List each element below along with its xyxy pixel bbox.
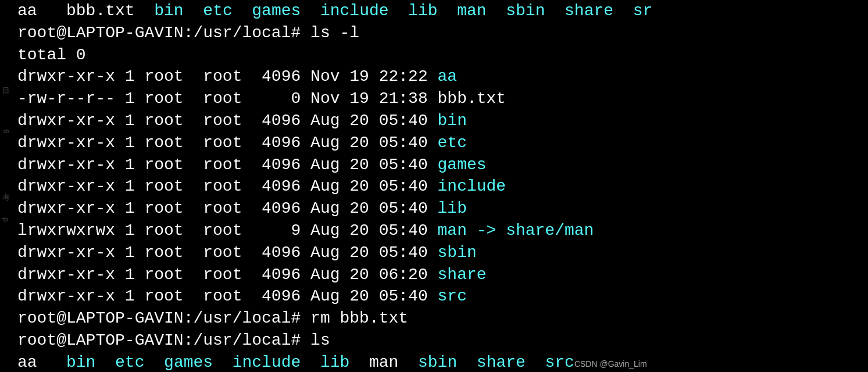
bsp3 bbox=[144, 352, 164, 372]
perm-man: lrwxrwxrwx 1 root root 9 Aug 20 05:40 bbox=[17, 220, 438, 242]
perm-bin: drwxr-xr-x 1 root root 4096 Aug 20 05:40 bbox=[17, 110, 438, 132]
name-share: share bbox=[438, 264, 487, 286]
text-aa-bottom: aa bbox=[17, 352, 66, 372]
text-sr-top: sr bbox=[613, 0, 652, 22]
line-top-ls: aa bbb.txt bin etc games include lib man… bbox=[17, 0, 862, 22]
name-man: man -> share/man bbox=[438, 220, 594, 242]
text-man-bottom: man bbox=[369, 352, 398, 372]
perm-aa: drwxr-xr-x 1 root root 4096 Nov 19 22:22 bbox=[17, 66, 438, 88]
text-man-top: man bbox=[457, 0, 486, 22]
name-games: games bbox=[438, 154, 487, 176]
perm-share: drwxr-xr-x 1 root root 4096 Aug 20 06:20 bbox=[17, 264, 438, 286]
sp7 bbox=[487, 0, 506, 22]
name-bbb: bbb.txt bbox=[438, 88, 506, 110]
watermark: CSDN @Gavin_Lim bbox=[574, 359, 647, 370]
text-bin-top: bin bbox=[154, 0, 183, 22]
text-etc-top: etc bbox=[203, 0, 232, 22]
text-share-bottom: share bbox=[477, 352, 526, 372]
bsp8 bbox=[457, 352, 477, 372]
sp8 bbox=[545, 0, 565, 22]
bsp9 bbox=[526, 352, 545, 372]
text-games-bottom: games bbox=[164, 352, 213, 372]
perm-lib: drwxr-xr-x 1 root root 4096 Aug 20 05:40 bbox=[17, 198, 438, 220]
text-space1 bbox=[135, 0, 155, 22]
perm-sbin: drwxr-xr-x 1 root root 4096 Aug 20 05:40 bbox=[17, 242, 438, 264]
line-rm: root@LAPTOP-GAVIN:/usr/local# rm bbb.txt bbox=[17, 307, 862, 330]
text-src-bottom: src bbox=[545, 352, 574, 372]
name-src: src bbox=[438, 285, 467, 307]
sp3 bbox=[233, 0, 252, 22]
sp5 bbox=[389, 0, 409, 22]
perm-etc: drwxr-xr-x 1 root root 4096 Aug 20 05:40 bbox=[17, 132, 438, 154]
line-bin: drwxr-xr-x 1 root root 4096 Aug 20 05:40… bbox=[17, 110, 862, 132]
text-sbin-top: sbin bbox=[506, 0, 545, 22]
line-man: lrwxrwxrwx 1 root root 9 Aug 20 05:40 ma… bbox=[17, 220, 862, 242]
name-etc: etc bbox=[438, 132, 467, 154]
name-include: include bbox=[438, 176, 506, 198]
sidebar-label-1: 目 bbox=[0, 81, 10, 83]
text-total: total 0 bbox=[17, 44, 86, 66]
sp4 bbox=[301, 0, 320, 22]
text-bin-bottom: bin bbox=[66, 352, 95, 372]
line-lib: drwxr-xr-x 1 root root 4096 Aug 20 05:40… bbox=[17, 198, 862, 220]
bsp7 bbox=[398, 352, 418, 372]
sp6 bbox=[438, 0, 458, 22]
name-bin: bin bbox=[438, 110, 467, 132]
bsp4 bbox=[213, 352, 233, 372]
text-sbin-bottom: sbin bbox=[418, 352, 457, 372]
line-bbb: -rw-r--r-- 1 root root 0 Nov 19 21:38 bb… bbox=[17, 88, 862, 110]
line-bottom-ls: aa bin etc games include lib man sbin sh… bbox=[17, 352, 862, 372]
prompt-ls-l: root@LAPTOP-GAVIN:/usr/local# ls -l bbox=[17, 22, 359, 44]
sidebar-label-3: 考 bbox=[0, 187, 10, 188]
line-aa: drwxr-xr-x 1 root root 4096 Nov 19 22:22… bbox=[17, 66, 862, 88]
bsp5 bbox=[301, 352, 320, 372]
text-include-top: include bbox=[320, 0, 389, 22]
text-lib-bottom: lib bbox=[320, 352, 349, 372]
text-aa-top: aa bbox=[17, 0, 66, 22]
line-games: drwxr-xr-x 1 root root 4096 Aug 20 05:40… bbox=[17, 154, 862, 176]
sp2 bbox=[184, 0, 203, 22]
name-lib: lib bbox=[438, 198, 467, 220]
line-sbin: drwxr-xr-x 1 root root 4096 Aug 20 05:40… bbox=[17, 242, 862, 264]
terminal-content: aa bbb.txt bin etc games include lib man… bbox=[17, 0, 862, 372]
text-include-bottom: include bbox=[233, 352, 301, 372]
line-etc: drwxr-xr-x 1 root root 4096 Aug 20 05:40… bbox=[17, 132, 862, 154]
line-prompt-ls: root@LAPTOP-GAVIN:/usr/local# ls bbox=[17, 330, 862, 352]
perm-bbb: -rw-r--r-- 1 root root 0 Nov 19 21:38 bbox=[17, 88, 438, 110]
perm-games: drwxr-xr-x 1 root root 4096 Aug 20 05:40 bbox=[17, 154, 438, 176]
perm-src: drwxr-xr-x 1 root root 4096 Aug 20 05:40 bbox=[17, 285, 438, 307]
line-total: total 0 bbox=[17, 44, 862, 66]
bsp2 bbox=[95, 352, 115, 372]
line-prompt-ls-l: root@LAPTOP-GAVIN:/usr/local# ls -l bbox=[17, 22, 862, 44]
text-games-top: games bbox=[252, 0, 301, 22]
perm-include: drwxr-xr-x 1 root root 4096 Aug 20 05:40 bbox=[17, 176, 438, 198]
line-share: drwxr-xr-x 1 root root 4096 Aug 20 06:20… bbox=[17, 264, 862, 286]
text-bbb-top: bbb.txt bbox=[66, 0, 135, 22]
text-lib-top: lib bbox=[408, 0, 437, 22]
line-src: drwxr-xr-x 1 root root 4096 Aug 20 05:40… bbox=[17, 285, 862, 307]
line-include: drwxr-xr-x 1 root root 4096 Aug 20 05:40… bbox=[17, 176, 862, 198]
text-etc-bottom: etc bbox=[115, 352, 144, 372]
bsp6 bbox=[349, 352, 369, 372]
name-sbin: sbin bbox=[438, 242, 477, 264]
sidebar-label-2: 6 bbox=[1, 129, 10, 135]
prompt-rm: root@LAPTOP-GAVIN:/usr/local# rm bbb.txt bbox=[17, 307, 408, 330]
sidebar-label-4: p bbox=[1, 217, 10, 223]
terminal[interactable]: 目 6 考 p aa bbb.txt bin etc games include… bbox=[0, 0, 868, 372]
left-sidebar: 目 6 考 p bbox=[0, 0, 10, 372]
prompt-ls: root@LAPTOP-GAVIN:/usr/local# ls bbox=[17, 330, 330, 352]
name-aa: aa bbox=[438, 66, 458, 88]
text-share-top: share bbox=[565, 0, 613, 22]
